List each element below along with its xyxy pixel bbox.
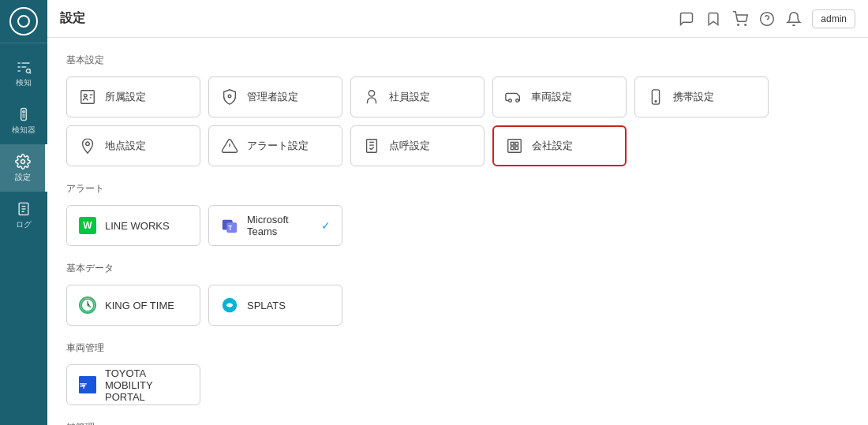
card-affiliation-label: 所属設定 <box>105 90 146 104</box>
section-title-key: 鍵管理 <box>66 421 849 425</box>
header-icons: admin <box>678 9 855 28</box>
basicdata-grid: KING OF TIME SPLATS <box>66 285 849 326</box>
location-icon <box>78 136 97 155</box>
svg-point-21 <box>516 99 519 103</box>
section-title-vehicle: 車両管理 <box>66 341 849 355</box>
svg-point-2 <box>23 110 25 113</box>
svg-point-10 <box>738 24 739 25</box>
card-kottime-label: KING OF TIME <box>105 300 174 311</box>
main-area: 設定 <box>47 0 868 425</box>
card-employee[interactable]: 社員設定 <box>350 76 485 117</box>
section-title-alert: アラート <box>66 182 849 196</box>
bell-icon[interactable] <box>785 10 803 28</box>
card-toyota[interactable]: T TOYOTA MOBILITY PORTAL <box>66 364 200 405</box>
section-title-basic: 基本設定 <box>66 54 849 67</box>
svg-rect-31 <box>508 140 522 153</box>
svg-rect-32 <box>511 142 514 145</box>
svg-point-5 <box>21 159 24 163</box>
page-title: 設定 <box>60 10 85 27</box>
sidebar-item-detection[interactable]: 検知 <box>0 50 47 97</box>
card-splats-label: SPLATS <box>247 300 286 311</box>
teams-logo: T <box>221 217 238 234</box>
alert-settings-icon <box>220 136 239 155</box>
header: 設定 <box>47 0 868 38</box>
sidebar-logo <box>0 0 47 43</box>
bookmark-icon[interactable] <box>705 10 722 28</box>
card-alert-settings[interactable]: アラート設定 <box>208 125 342 166</box>
mobile-icon <box>646 88 665 106</box>
card-toyota-label: TOYOTA MOBILITY PORTAL <box>105 367 189 403</box>
teams-check: ✓ <box>321 219 331 232</box>
svg-point-11 <box>745 24 746 25</box>
admin-button[interactable]: admin <box>812 9 855 28</box>
cart-icon[interactable] <box>731 10 749 28</box>
sidebar-label-log: ログ <box>16 219 32 230</box>
vehicle-icon <box>504 88 523 106</box>
card-checkin[interactable]: 点呼設定 <box>350 125 485 166</box>
sidebar-nav: 検知 検知器 設定 ログ <box>0 50 47 239</box>
card-mobile[interactable]: 携帯設定 <box>634 76 769 117</box>
sidebar-label-detector: 検知器 <box>12 125 36 136</box>
card-lineworks[interactable]: W LINE WORKS <box>66 205 200 246</box>
sidebar-item-log[interactable]: ログ <box>0 192 47 239</box>
svg-point-19 <box>369 91 374 96</box>
splats-logo <box>221 296 238 314</box>
svg-rect-35 <box>515 147 518 150</box>
card-checkin-label: 点呼設定 <box>389 139 430 153</box>
sidebar: 検知 検知器 設定 ログ <box>0 0 47 425</box>
sidebar-label-settings: 設定 <box>15 172 31 183</box>
card-affiliation[interactable]: 所属設定 <box>66 76 200 117</box>
admin-icon <box>220 88 239 106</box>
toyota-logo: T <box>79 376 96 393</box>
card-admin[interactable]: 管理者設定 <box>208 76 342 117</box>
splats-icon <box>220 296 239 315</box>
help-icon[interactable] <box>758 10 776 28</box>
lineworks-icon: W <box>78 216 97 235</box>
teams-icon: T <box>220 216 239 235</box>
card-admin-label: 管理者設定 <box>247 90 298 104</box>
checkin-icon <box>362 136 381 155</box>
sidebar-item-settings[interactable]: 設定 <box>0 144 47 192</box>
company-icon <box>505 136 524 155</box>
card-mobile-label: 携帯設定 <box>673 90 714 104</box>
svg-rect-28 <box>367 140 377 153</box>
affiliation-icon <box>78 88 97 106</box>
card-lineworks-label: LINE WORKS <box>105 220 170 232</box>
card-kottime[interactable]: KING OF TIME <box>66 285 200 326</box>
settings-icon <box>15 154 31 170</box>
detection-icon <box>16 59 32 75</box>
card-vehicle[interactable]: 車両設定 <box>492 76 627 117</box>
kottime-logo <box>79 296 96 314</box>
employee-icon <box>362 88 381 106</box>
logo-icon <box>9 7 38 35</box>
section-title-basicdata: 基本データ <box>66 262 849 275</box>
card-location[interactable]: 地点設定 <box>66 125 200 166</box>
svg-point-20 <box>509 99 512 103</box>
detector-icon <box>16 106 32 122</box>
svg-rect-44 <box>80 386 85 386</box>
chat-icon[interactable] <box>678 10 695 28</box>
card-location-label: 地点設定 <box>105 139 146 153</box>
lineworks-logo: W <box>79 217 96 234</box>
svg-point-15 <box>84 94 87 97</box>
card-employee-label: 社員設定 <box>389 90 430 104</box>
kottime-icon <box>78 296 97 315</box>
card-splats[interactable]: SPLATS <box>208 285 342 326</box>
vehicle-grid: T TOYOTA MOBILITY PORTAL <box>66 364 849 405</box>
sidebar-label-detection: 検知 <box>16 77 32 88</box>
svg-point-18 <box>228 95 231 98</box>
card-company-label: 会社設定 <box>532 139 573 153</box>
alert-grid: W LINE WORKS T Microsoft Teams ✓ <box>66 205 849 246</box>
basic-settings-grid: 所属設定 管理者設定 社員設定 <box>66 76 849 166</box>
svg-rect-43 <box>80 383 87 384</box>
card-alert-settings-label: アラート設定 <box>247 139 309 153</box>
card-company[interactable]: 会社設定 <box>492 125 627 166</box>
toyota-icon: T <box>78 375 97 394</box>
svg-text:T: T <box>228 225 232 232</box>
svg-point-24 <box>655 101 657 103</box>
svg-rect-14 <box>81 91 95 104</box>
svg-point-12 <box>761 12 774 25</box>
card-teams[interactable]: T Microsoft Teams ✓ <box>208 205 342 246</box>
content-area: 基本設定 所属設定 <box>47 38 868 425</box>
sidebar-item-detector[interactable]: 検知器 <box>0 97 47 144</box>
